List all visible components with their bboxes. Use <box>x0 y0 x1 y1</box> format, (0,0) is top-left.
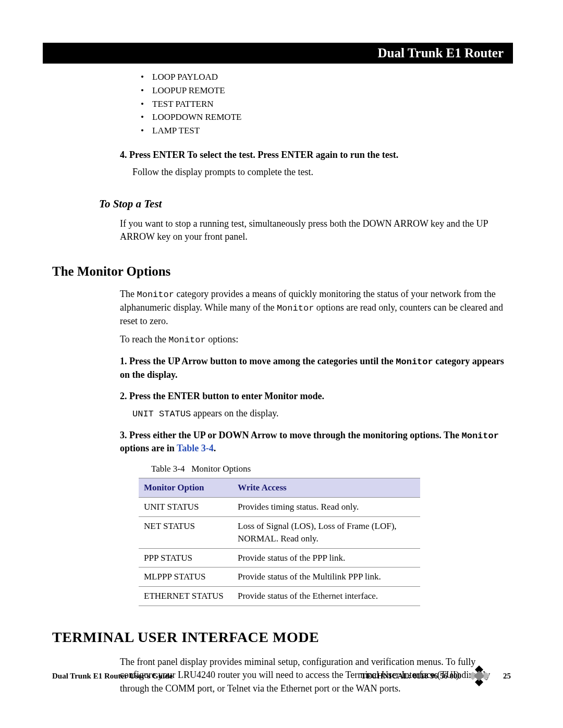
unit-status-code: UNIT STATUS <box>132 409 191 419</box>
table-caption: Table 3-4 Monitor Options <box>120 463 511 475</box>
bullet-loopup-remote: LOOPUP REMOTE <box>141 84 511 97</box>
table-row: UNIT STATUS Provides timing status. Read… <box>139 498 420 517</box>
cell-option: UNIT STATUS <box>139 498 232 517</box>
svg-marker-4 <box>474 671 484 681</box>
monitor-code: Monitor <box>462 431 499 441</box>
table-header-row: Monitor Option Write Access <box>139 478 420 498</box>
tui-mode-heading: TERMINAL USER INTERFACE MODE <box>52 627 511 647</box>
cell-option: ETHERNET STATUS <box>139 587 232 606</box>
monitor-step-3: 3. Press either the UP or DOWN Arrow to … <box>120 429 511 455</box>
footer-page-number: 25 <box>503 672 511 681</box>
step-4-body: Follow the display prompts to complete t… <box>120 166 511 179</box>
footer-technical: TECHNICAL: 0118 96 56 000 <box>361 672 461 681</box>
cell-access: Provides timing status. Read only. <box>232 498 420 517</box>
text: . <box>214 443 216 453</box>
header-bar: Dual Trunk E1 Router <box>43 43 513 64</box>
cell-option: PPP STATUS <box>139 548 232 567</box>
text: options: <box>206 334 239 344</box>
monitor-code: Monitor <box>396 357 433 367</box>
stop-test-heading: To Stop a Test <box>99 196 511 212</box>
footer-guide-name: Dual Trunk E1 Router User's Guide <box>52 672 361 681</box>
table-title: Monitor Options <box>191 464 251 474</box>
page-footer: Dual Trunk E1 Router User's Guide TECHNI… <box>52 665 511 686</box>
text: 1. Press the UP Arrow button to move amo… <box>120 356 396 366</box>
col-monitor-option: Monitor Option <box>139 478 232 498</box>
header-title: Dual Trunk E1 Router <box>378 46 504 60</box>
cell-access: Provide status of the Ethernet interface… <box>232 587 420 606</box>
monitor-code: Monitor <box>137 290 174 300</box>
table-row: NET STATUS Loss of Signal (LOS), Loss of… <box>139 517 420 549</box>
monitor-reach-para: To reach the Monitor options: <box>120 333 511 347</box>
cell-access: Provide status of the PPP link. <box>232 548 420 567</box>
monitor-options-heading: The Monitor Options <box>52 262 511 280</box>
bullet-loop-payload: LOOP PAYLOAD <box>141 71 511 83</box>
cell-option: NET STATUS <box>139 517 232 549</box>
diamond-logo-icon <box>469 665 489 686</box>
col-write-access: Write Access <box>232 478 420 498</box>
monitor-code: Monitor <box>277 303 314 313</box>
text: To reach the <box>120 334 168 344</box>
table-3-4-link[interactable]: Table 3-4 <box>177 443 214 453</box>
monitor-options-table: Monitor Option Write Access UNIT STATUS … <box>139 478 420 606</box>
stop-test-body: If you want to stop a running test, simu… <box>120 217 511 243</box>
table-number: Table 3-4 <box>151 464 185 474</box>
bullet-loopdown-remote: LOOPDOWN REMOTE <box>141 111 511 124</box>
text: options are in <box>120 443 177 453</box>
test-bullet-list: LOOP PAYLOAD LOOPUP REMOTE TEST PATTERN … <box>120 71 511 137</box>
monitor-step-2-body: UNIT STATUS appears on the display. <box>120 407 511 421</box>
text: appears on the display. <box>191 408 278 418</box>
bullet-lamp-test: LAMP TEST <box>141 125 511 137</box>
step-4-title: 4. Press ENTER To select the test. Press… <box>120 149 511 162</box>
cell-access: Loss of Signal (LOS), Loss of Frame (LOF… <box>232 517 420 549</box>
monitor-step-1: 1. Press the UP Arrow button to move amo… <box>120 355 511 381</box>
table-row: PPP STATUS Provide status of the PPP lin… <box>139 548 420 567</box>
monitor-step-2: 2. Press the ENTER button to enter Monit… <box>120 390 511 403</box>
table-row: MLPPP STATUS Provide status of the Multi… <box>139 567 420 587</box>
monitor-intro-para: The Monitor category provides a means of… <box>120 288 511 328</box>
monitor-code: Monitor <box>168 335 205 345</box>
bullet-test-pattern: TEST PATTERN <box>141 98 511 110</box>
cell-option: MLPPP STATUS <box>139 567 232 587</box>
cell-access: Provide status of the Multilink PPP link… <box>232 567 420 587</box>
table-row: ETHERNET STATUS Provide status of the Et… <box>139 587 420 606</box>
text: The <box>120 289 137 299</box>
text: 3. Press either the UP or DOWN Arrow to … <box>120 430 462 440</box>
